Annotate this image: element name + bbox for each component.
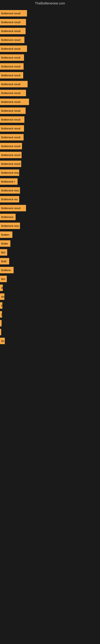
bar-row: Bottleneck resu xyxy=(0,186,100,195)
bar-item: Bottleneck resu xyxy=(0,222,20,229)
bar-label: Bottleneck result xyxy=(1,74,20,77)
bar-row: B xyxy=(0,283,100,292)
bar-row: Bot xyxy=(0,248,100,257)
bar-row: Bottleneck result xyxy=(0,88,100,98)
bar-row: Bottlene xyxy=(0,266,100,274)
bar-label: Bottle xyxy=(1,242,8,245)
bar-row: Bottleneck result xyxy=(0,115,100,124)
bar-item xyxy=(0,320,1,326)
bar-item: Bottleneck result xyxy=(0,10,27,16)
bar-row: Bottleneck result xyxy=(0,150,100,160)
bar-item: Bottleneck result xyxy=(0,19,26,25)
bar-row: Bottleneck result xyxy=(0,36,100,44)
bar-item: B xyxy=(0,302,2,309)
bar-label: Bottleneck resu xyxy=(1,224,19,228)
bar-label: Bottleneck r xyxy=(1,180,15,183)
bar-item: Bottleneck result xyxy=(0,160,21,167)
bar-row: Bottleneck resu xyxy=(0,222,100,230)
bar-row: Bottleneck res xyxy=(0,195,100,204)
bar-row: Bottleneck result xyxy=(0,18,100,26)
bar-item: B xyxy=(0,284,3,291)
bar-row: B xyxy=(0,301,100,310)
bar-label: Bottleneck result xyxy=(1,56,20,59)
bar-label: Bot xyxy=(1,278,5,280)
bar-row: Bottleneck result xyxy=(0,168,100,177)
bar-label: Bottleneck result xyxy=(1,21,20,24)
bar-item: Bottleneck result xyxy=(0,81,28,87)
bar-label: B xyxy=(1,304,2,307)
bar-item: Bot xyxy=(0,276,7,282)
bar-item: B xyxy=(0,311,2,318)
bar-item: Bo xyxy=(0,338,5,344)
page-title: TheBottlenecker.com xyxy=(0,0,100,7)
bar-item: Bottleneck result xyxy=(0,37,24,43)
bar-row: Bot xyxy=(0,274,100,283)
bar-label: Bottleneck result xyxy=(1,118,20,121)
bar-label: Bottleneck result xyxy=(1,65,20,68)
bar-row: B xyxy=(0,310,100,319)
bar-item: Bo xyxy=(0,294,4,300)
bar-label: Bo xyxy=(1,295,4,298)
bar-item: Bottleneck result xyxy=(0,46,27,52)
bar-label: Bottleneck resu xyxy=(1,189,19,192)
bar-row: Bottleneck result xyxy=(0,44,100,53)
bar-item: Bottle xyxy=(0,240,10,247)
bar-label: Bottleneck result xyxy=(1,47,20,50)
bars-container: Bottleneck resultBottleneck resultBottle… xyxy=(0,7,100,347)
bar-item: Bottleneck result xyxy=(0,205,26,211)
bar-row: Bottleneck result xyxy=(0,62,100,71)
bar-label: Bottleneck xyxy=(1,216,13,218)
bar-item: Bottleneck result xyxy=(0,63,24,70)
bar-row: Bottlen xyxy=(0,230,100,239)
bar-item: Bottleneck r xyxy=(0,178,18,185)
bar-row xyxy=(0,319,100,328)
bar-row: Bottleneck result xyxy=(0,9,100,18)
bar-row: Bottle xyxy=(0,239,100,248)
bar-item: Bottleneck result xyxy=(0,98,29,105)
bar-label: Bottleneck result xyxy=(1,171,19,174)
bar-label: Bottleneck result xyxy=(1,100,20,104)
bar-label: Bottleneck result xyxy=(1,162,20,166)
bar-row: Bottleneck result xyxy=(0,26,100,36)
bar-item: Bottl xyxy=(0,258,9,264)
bar-label: Bottleneck result xyxy=(1,38,20,42)
bar-label: B xyxy=(1,286,3,290)
bar-label: Bottlene xyxy=(1,269,11,272)
bar-label: Bottleneck result xyxy=(1,127,20,130)
bar-row: Bottleneck result xyxy=(0,133,100,142)
bar-item: Bottleneck result xyxy=(0,125,24,132)
bar-item: Bottleneck result xyxy=(0,152,22,158)
bar-row: Bottleneck result xyxy=(0,124,100,133)
bar-row: Bottleneck xyxy=(0,212,100,222)
bar-row: Bottleneck result xyxy=(0,160,100,168)
bar-item: Bottleneck result xyxy=(0,134,24,140)
bar-item: Bottleneck result xyxy=(0,72,23,78)
bar-row: Bottleneck result xyxy=(0,204,100,212)
bar-item: Bot xyxy=(0,249,7,256)
bar-row: Bottleneck result xyxy=(0,98,100,106)
bar-label: Bottleneck result xyxy=(1,12,20,15)
bar-label: Bottleneck result xyxy=(1,136,20,139)
bar-item: Bottlene xyxy=(0,267,14,273)
bar-row: Bottleneck result xyxy=(0,80,100,88)
bar-label: Bottlen xyxy=(1,233,9,236)
bar-row: Bottl xyxy=(0,257,100,266)
bar-row: Bo xyxy=(0,336,100,345)
bar-label: Bottleneck res xyxy=(1,198,18,201)
bar-item: Bottleneck result xyxy=(0,90,26,96)
bar-label: Bottleneck result xyxy=(1,83,20,86)
bar-row xyxy=(0,328,100,336)
bar-row: Bottleneck r xyxy=(0,177,100,186)
bar-label: Bottl xyxy=(1,260,6,263)
bar-item: Bottlen xyxy=(0,232,12,238)
bar-label: Bottleneck result xyxy=(1,30,20,32)
bar-item: Bottleneck result xyxy=(0,116,24,123)
bar-label: Bottleneck result xyxy=(1,92,20,94)
bar-item: Bottleneck result xyxy=(0,108,26,114)
bar-row: Bottleneck result xyxy=(0,142,100,150)
bar-label: Bot xyxy=(1,251,5,254)
bar-label: Bottleneck result xyxy=(1,154,20,156)
bar-row: Bo xyxy=(0,292,100,301)
bar-label: B xyxy=(1,313,2,316)
bar-item: Bottleneck result xyxy=(0,54,24,61)
